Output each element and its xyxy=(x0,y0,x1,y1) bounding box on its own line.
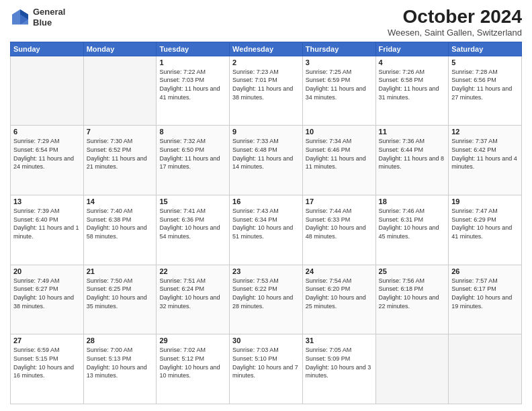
month-title: October 2024 xyxy=(388,7,522,28)
day-number: 24 xyxy=(306,267,373,275)
day-number: 31 xyxy=(306,336,373,345)
calendar-cell: 14Sunrise: 7:40 AMSunset: 6:38 PMDayligh… xyxy=(83,195,157,265)
header: General Blue October 2024 Weesen, Saint … xyxy=(10,7,522,38)
calendar-cell: 16Sunrise: 7:43 AMSunset: 6:34 PMDayligh… xyxy=(230,195,303,265)
day-detail: Sunrise: 7:54 AMSunset: 6:20 PMDaylight:… xyxy=(306,277,373,310)
calendar-week-1: 1Sunrise: 7:22 AMSunset: 7:03 PMDaylight… xyxy=(11,56,522,126)
day-detail: Sunrise: 6:59 AMSunset: 5:15 PMDaylight:… xyxy=(13,346,81,379)
day-number: 12 xyxy=(451,128,519,136)
calendar-cell xyxy=(375,334,449,404)
calendar-cell: 8Sunrise: 7:32 AMSunset: 6:50 PMDaylight… xyxy=(157,126,230,195)
calendar-cell: 15Sunrise: 7:41 AMSunset: 6:36 PMDayligh… xyxy=(157,195,230,265)
calendar-week-4: 20Sunrise: 7:49 AMSunset: 6:27 PMDayligh… xyxy=(11,265,522,334)
weekday-header-row: SundayMondayTuesdayWednesdayThursdayFrid… xyxy=(11,42,522,56)
day-number: 14 xyxy=(87,197,154,205)
day-detail: Sunrise: 7:25 AMSunset: 6:59 PMDaylight:… xyxy=(306,68,373,101)
calendar-cell: 24Sunrise: 7:54 AMSunset: 6:20 PMDayligh… xyxy=(302,265,375,334)
day-detail: Sunrise: 7:44 AMSunset: 6:33 PMDaylight:… xyxy=(306,207,373,240)
day-number: 25 xyxy=(379,267,446,275)
calendar-cell: 27Sunrise: 6:59 AMSunset: 5:15 PMDayligh… xyxy=(11,334,84,404)
day-detail: Sunrise: 7:02 AMSunset: 5:12 PMDaylight:… xyxy=(159,346,226,379)
calendar-week-2: 6Sunrise: 7:29 AMSunset: 6:54 PMDaylight… xyxy=(11,126,522,195)
title-block: October 2024 Weesen, Saint Gallen, Switz… xyxy=(388,7,522,38)
page: General Blue October 2024 Weesen, Saint … xyxy=(0,0,532,411)
day-detail: Sunrise: 7:43 AMSunset: 6:34 PMDaylight:… xyxy=(232,207,300,240)
calendar-cell: 23Sunrise: 7:53 AMSunset: 6:22 PMDayligh… xyxy=(230,265,303,334)
day-number: 13 xyxy=(13,197,81,205)
day-number: 23 xyxy=(232,267,300,275)
day-detail: Sunrise: 7:23 AMSunset: 7:01 PMDaylight:… xyxy=(232,68,300,101)
day-number: 28 xyxy=(87,336,154,345)
day-number: 19 xyxy=(451,197,519,205)
calendar-cell: 2Sunrise: 7:23 AMSunset: 7:01 PMDaylight… xyxy=(230,56,303,126)
day-number: 10 xyxy=(306,128,373,136)
calendar-body: 1Sunrise: 7:22 AMSunset: 7:03 PMDaylight… xyxy=(11,56,522,404)
calendar-cell: 22Sunrise: 7:51 AMSunset: 6:24 PMDayligh… xyxy=(157,265,230,334)
calendar-cell xyxy=(83,56,157,126)
day-detail: Sunrise: 7:36 AMSunset: 6:44 PMDaylight:… xyxy=(379,137,446,171)
day-number: 26 xyxy=(451,267,519,275)
calendar-cell: 4Sunrise: 7:26 AMSunset: 6:58 PMDaylight… xyxy=(375,56,449,126)
calendar-cell: 30Sunrise: 7:03 AMSunset: 5:10 PMDayligh… xyxy=(230,334,303,404)
day-number: 2 xyxy=(232,58,300,66)
day-detail: Sunrise: 7:49 AMSunset: 6:27 PMDaylight:… xyxy=(13,277,81,310)
day-number: 16 xyxy=(232,197,300,205)
calendar-cell: 26Sunrise: 7:57 AMSunset: 6:17 PMDayligh… xyxy=(449,265,522,334)
day-number: 11 xyxy=(379,128,446,136)
day-detail: Sunrise: 7:56 AMSunset: 6:18 PMDaylight:… xyxy=(379,277,446,310)
day-detail: Sunrise: 7:26 AMSunset: 6:58 PMDaylight:… xyxy=(379,68,446,101)
day-detail: Sunrise: 7:39 AMSunset: 6:40 PMDaylight:… xyxy=(13,207,81,240)
day-detail: Sunrise: 7:47 AMSunset: 6:29 PMDaylight:… xyxy=(451,207,519,240)
weekday-thursday: Thursday xyxy=(302,42,375,56)
day-detail: Sunrise: 7:51 AMSunset: 6:24 PMDaylight:… xyxy=(159,277,226,310)
calendar-cell: 10Sunrise: 7:34 AMSunset: 6:46 PMDayligh… xyxy=(302,126,375,195)
day-detail: Sunrise: 7:29 AMSunset: 6:54 PMDaylight:… xyxy=(13,137,81,171)
weekday-saturday: Saturday xyxy=(449,42,522,56)
calendar-cell: 13Sunrise: 7:39 AMSunset: 6:40 PMDayligh… xyxy=(11,195,84,265)
calendar-week-3: 13Sunrise: 7:39 AMSunset: 6:40 PMDayligh… xyxy=(11,195,522,265)
weekday-tuesday: Tuesday xyxy=(157,42,230,56)
day-number: 4 xyxy=(379,58,446,66)
location: Weesen, Saint Gallen, Switzerland xyxy=(388,28,522,38)
day-detail: Sunrise: 7:53 AMSunset: 6:22 PMDaylight:… xyxy=(232,277,300,310)
calendar-cell: 3Sunrise: 7:25 AMSunset: 6:59 PMDaylight… xyxy=(302,56,375,126)
day-number: 27 xyxy=(13,336,81,345)
calendar-cell: 11Sunrise: 7:36 AMSunset: 6:44 PMDayligh… xyxy=(375,126,449,195)
day-number: 9 xyxy=(232,128,300,136)
day-number: 3 xyxy=(306,58,373,66)
calendar-cell: 17Sunrise: 7:44 AMSunset: 6:33 PMDayligh… xyxy=(302,195,375,265)
day-number: 18 xyxy=(379,197,446,205)
logo-text: General Blue xyxy=(33,7,65,28)
day-detail: Sunrise: 7:30 AMSunset: 6:52 PMDaylight:… xyxy=(87,137,154,171)
day-detail: Sunrise: 7:05 AMSunset: 5:09 PMDaylight:… xyxy=(306,346,373,379)
day-detail: Sunrise: 7:40 AMSunset: 6:38 PMDaylight:… xyxy=(87,207,154,240)
calendar-cell: 31Sunrise: 7:05 AMSunset: 5:09 PMDayligh… xyxy=(302,334,375,404)
calendar-cell: 21Sunrise: 7:50 AMSunset: 6:25 PMDayligh… xyxy=(83,265,157,334)
day-detail: Sunrise: 7:41 AMSunset: 6:36 PMDaylight:… xyxy=(159,207,226,240)
calendar-cell: 18Sunrise: 7:46 AMSunset: 6:31 PMDayligh… xyxy=(375,195,449,265)
day-detail: Sunrise: 7:33 AMSunset: 6:48 PMDaylight:… xyxy=(232,137,300,171)
day-number: 6 xyxy=(13,128,81,136)
calendar-cell: 7Sunrise: 7:30 AMSunset: 6:52 PMDaylight… xyxy=(83,126,157,195)
day-detail: Sunrise: 7:00 AMSunset: 5:13 PMDaylight:… xyxy=(87,346,154,379)
weekday-monday: Monday xyxy=(83,42,157,56)
day-detail: Sunrise: 7:57 AMSunset: 6:17 PMDaylight:… xyxy=(451,277,519,310)
calendar-cell: 25Sunrise: 7:56 AMSunset: 6:18 PMDayligh… xyxy=(375,265,449,334)
calendar-cell: 5Sunrise: 7:28 AMSunset: 6:56 PMDaylight… xyxy=(449,56,522,126)
day-number: 30 xyxy=(232,336,300,345)
calendar-cell: 29Sunrise: 7:02 AMSunset: 5:12 PMDayligh… xyxy=(157,334,230,404)
day-number: 7 xyxy=(87,128,154,136)
weekday-sunday: Sunday xyxy=(11,42,84,56)
calendar-cell xyxy=(449,334,522,404)
calendar-cell: 20Sunrise: 7:49 AMSunset: 6:27 PMDayligh… xyxy=(11,265,84,334)
day-detail: Sunrise: 7:46 AMSunset: 6:31 PMDaylight:… xyxy=(379,207,446,240)
day-number: 5 xyxy=(451,58,519,66)
calendar-cell: 9Sunrise: 7:33 AMSunset: 6:48 PMDaylight… xyxy=(230,126,303,195)
calendar-cell: 12Sunrise: 7:37 AMSunset: 6:42 PMDayligh… xyxy=(449,126,522,195)
day-detail: Sunrise: 7:34 AMSunset: 6:46 PMDaylight:… xyxy=(306,137,373,171)
calendar-cell: 1Sunrise: 7:22 AMSunset: 7:03 PMDaylight… xyxy=(157,56,230,126)
day-number: 8 xyxy=(159,128,226,136)
day-number: 21 xyxy=(87,267,154,275)
day-detail: Sunrise: 7:50 AMSunset: 6:25 PMDaylight:… xyxy=(87,277,154,310)
calendar-cell: 28Sunrise: 7:00 AMSunset: 5:13 PMDayligh… xyxy=(83,334,157,404)
